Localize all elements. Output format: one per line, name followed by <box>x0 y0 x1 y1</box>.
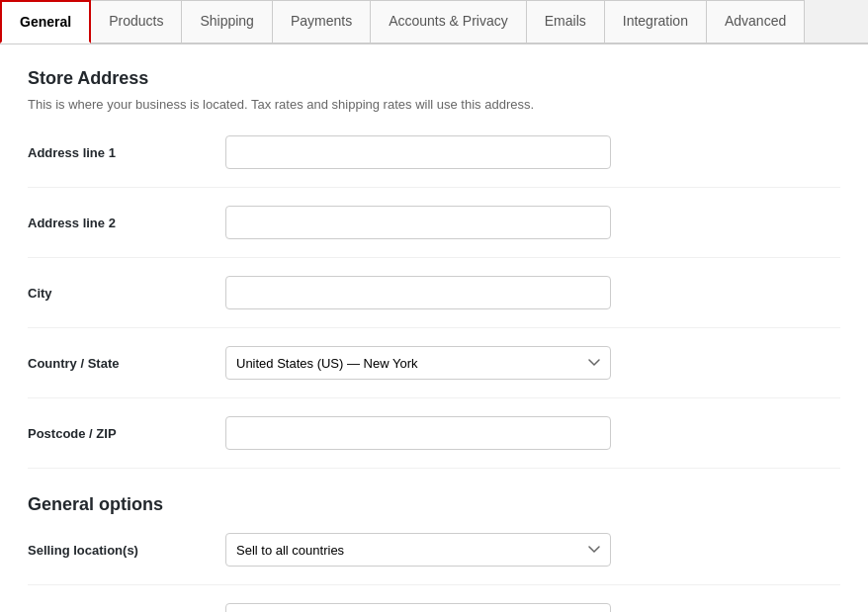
store-address-desc: This is where your business is located. … <box>28 97 840 112</box>
store-address-title: Store Address <box>28 68 840 89</box>
label-selling-wrap: Selling location(s) ? <box>28 542 225 558</box>
field-row-selling: Selling location(s) ? Sell to all countr… <box>28 533 840 585</box>
label-postcode: Postcode / ZIP <box>28 426 225 441</box>
select-selling-locations[interactable]: Sell to all countries Sell to specific c… <box>225 533 611 567</box>
select-shipping-locations[interactable]: Ship to all countries you sell to Ship t… <box>225 603 611 612</box>
tab-general[interactable]: General <box>0 0 91 44</box>
tab-emails[interactable]: Emails <box>526 0 605 43</box>
field-row-address1: Address line 1 ? <box>28 135 840 188</box>
tab-payments[interactable]: Payments <box>272 0 371 43</box>
input-address2[interactable] <box>225 206 611 239</box>
field-row-city: City ? <box>28 276 840 328</box>
input-city[interactable] <box>225 276 611 309</box>
input-postcode[interactable] <box>225 416 611 450</box>
label-address2: Address line 2 <box>28 216 225 230</box>
field-row-address2: Address line 2 ? <box>28 206 840 258</box>
input-address1[interactable] <box>225 135 611 169</box>
label-postcode-wrap: Postcode / ZIP ? <box>28 425 225 441</box>
tab-products[interactable]: Products <box>90 0 182 43</box>
field-row-postcode: Postcode / ZIP ? <box>28 416 840 469</box>
label-city-wrap: City ? <box>28 285 225 301</box>
label-selling: Selling location(s) <box>28 543 225 558</box>
label-address1-wrap: Address line 1 ? <box>28 144 225 160</box>
tab-advanced[interactable]: Advanced <box>706 0 805 43</box>
label-country: Country / State <box>28 356 225 371</box>
field-row-country: Country / State ? United States (US) — N… <box>28 346 840 398</box>
label-country-wrap: Country / State ? <box>28 355 225 371</box>
field-row-shipping: Shipping location(s) ? Ship to all count… <box>28 603 840 612</box>
tab-integration[interactable]: Integration <box>604 0 707 43</box>
general-options-title: General options <box>28 486 840 515</box>
settings-content: Store Address This is where your busines… <box>0 44 868 612</box>
tab-accounts-privacy[interactable]: Accounts & Privacy <box>370 0 527 43</box>
label-city: City <box>28 286 225 301</box>
select-country-state[interactable]: United States (US) — New York United Kin… <box>225 346 611 380</box>
tab-bar: General Products Shipping Payments Accou… <box>0 0 868 44</box>
label-address1: Address line 1 <box>28 145 225 160</box>
label-address2-wrap: Address line 2 ? <box>28 215 225 230</box>
tab-shipping[interactable]: Shipping <box>181 0 273 43</box>
